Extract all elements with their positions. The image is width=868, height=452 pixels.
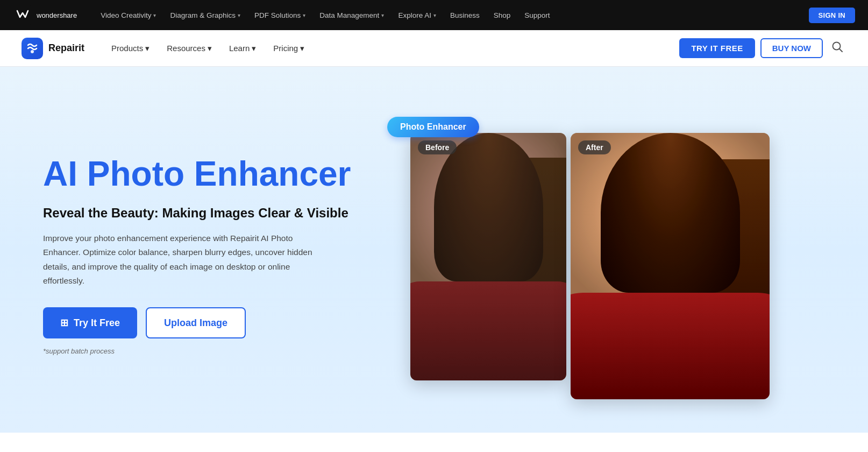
top-nav-shop[interactable]: Shop xyxy=(487,8,517,23)
after-photo xyxy=(571,133,770,399)
repairit-brand[interactable]: Repairit xyxy=(22,38,84,59)
before-label: Before xyxy=(418,140,457,154)
chevron-down-icon xyxy=(303,12,305,18)
hero-buttons: ⊞ Try It Free Upload Image xyxy=(43,307,355,338)
secondary-navigation: Repairit Products Resources Learn Pricin… xyxy=(0,30,868,67)
sec-nav-resources[interactable]: Resources xyxy=(159,39,219,58)
before-image-wrapper: Before xyxy=(410,133,566,380)
sweater-shape xyxy=(410,281,566,380)
search-button[interactable] xyxy=(828,38,846,59)
sec-nav-items: Products Resources Learn Pricing xyxy=(104,39,679,58)
image-comparison-container: Before After xyxy=(410,133,770,399)
hero-section: AI Photo Enhancer Reveal the Beauty: Mak… xyxy=(0,67,868,433)
search-icon xyxy=(831,41,843,53)
top-nav-support[interactable]: Support xyxy=(518,8,556,23)
svg-point-2 xyxy=(31,50,34,53)
chevron-down-icon xyxy=(145,44,150,53)
hero-note: *support batch process xyxy=(43,347,355,355)
photo-enhancer-badge: Photo Enhancer xyxy=(387,117,479,137)
chevron-down-icon xyxy=(381,12,384,18)
hero-try-it-free-button[interactable]: ⊞ Try It Free xyxy=(43,307,137,338)
chevron-down-icon xyxy=(252,44,256,53)
after-label: After xyxy=(578,140,611,154)
top-nav-explore-ai[interactable]: Explore AI xyxy=(392,8,443,23)
wondershare-logo[interactable]: wondershare xyxy=(13,5,77,25)
sec-nav-right: TRY IT FREE BUY NOW xyxy=(679,38,846,59)
try-it-free-button[interactable]: TRY IT FREE xyxy=(679,38,755,58)
chevron-down-icon xyxy=(153,12,156,18)
buy-now-button[interactable]: BUY NOW xyxy=(760,38,823,58)
chevron-down-icon xyxy=(238,12,240,18)
hair-shape xyxy=(434,133,543,281)
sec-nav-learn[interactable]: Learn xyxy=(222,39,264,58)
sec-nav-pricing[interactable]: Pricing xyxy=(266,39,312,58)
chevron-down-icon xyxy=(433,12,436,18)
top-nav-business[interactable]: Business xyxy=(444,8,486,23)
hero-title: AI Photo Enhancer xyxy=(43,155,355,193)
top-nav-right: SIGN IN xyxy=(809,8,856,23)
hero-subtitle: Reveal the Beauty: Making Images Clear &… xyxy=(43,206,355,221)
sweater-shape-after xyxy=(571,293,770,399)
sec-nav-products[interactable]: Products xyxy=(104,39,157,58)
chevron-down-icon xyxy=(300,44,304,53)
before-photo xyxy=(410,133,566,380)
repairit-logo-icon xyxy=(22,38,43,59)
svg-rect-0 xyxy=(13,5,32,25)
top-nav-data-management[interactable]: Data Management xyxy=(313,8,390,23)
after-image-wrapper: After xyxy=(571,133,770,399)
svg-line-4 xyxy=(839,49,843,52)
top-nav-diagram-graphics[interactable]: Diagram & Graphics xyxy=(163,8,247,23)
logo-text: wondershare xyxy=(37,11,77,19)
hero-content: AI Photo Enhancer Reveal the Beauty: Mak… xyxy=(43,155,355,356)
top-nav-video-creativity[interactable]: Video Creativity xyxy=(94,8,162,23)
sign-in-button[interactable]: SIGN IN xyxy=(809,8,856,23)
top-nav-pdf-solutions[interactable]: PDF Solutions xyxy=(248,8,312,23)
top-navigation: wondershare Video Creativity Diagram & G… xyxy=(0,0,868,30)
windows-icon: ⊞ xyxy=(60,317,68,329)
hero-description: Improve your photo enhancement experienc… xyxy=(43,231,323,288)
hero-image-comparison: Photo Enhancer Before After xyxy=(355,111,825,399)
hero-upload-image-button[interactable]: Upload Image xyxy=(146,307,246,338)
chevron-down-icon xyxy=(208,44,212,53)
top-nav-items: Video Creativity Diagram & Graphics PDF … xyxy=(94,8,808,23)
repairit-brand-name: Repairit xyxy=(48,43,84,54)
hair-shape-after xyxy=(601,133,740,293)
